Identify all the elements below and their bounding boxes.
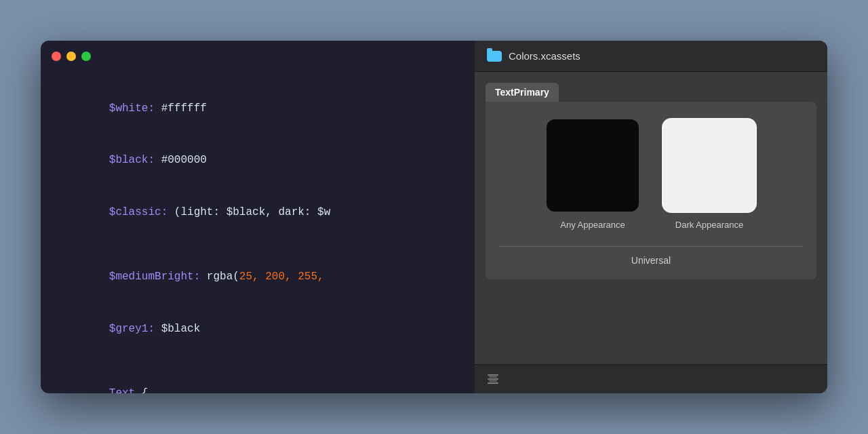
code-line-black: $black: #000000 xyxy=(57,135,458,187)
code-line-white: $white: #ffffff xyxy=(57,83,458,135)
code-line-medium: $mediumBright: rgba(25, 200, 255, xyxy=(57,251,458,303)
color-swatches: Any Appearance Dark Appearance xyxy=(545,118,757,230)
svg-rect-2 xyxy=(488,382,498,384)
app-window: $white: #ffffff $black: #000000 $classic… xyxy=(41,41,827,393)
swatch-dark-appearance: Dark Appearance xyxy=(662,118,757,230)
color-preview-area: Any Appearance Dark Appearance Universal xyxy=(486,102,816,279)
code-keyword-text: Text xyxy=(109,387,135,394)
code-value-grey: $black xyxy=(155,323,200,335)
code-value-classic: (light: $black, dark: $w xyxy=(167,206,330,218)
code-editor-panel: $white: #ffffff $black: #000000 $classic… xyxy=(41,41,475,393)
swatch-dark-color[interactable] xyxy=(545,118,640,213)
svg-rect-0 xyxy=(488,374,498,376)
swatch-light-color[interactable] xyxy=(662,118,757,213)
title-bar xyxy=(41,41,475,61)
swatch-any-appearance: Any Appearance xyxy=(545,118,640,230)
code-var-classic: $classic: xyxy=(109,206,167,218)
asset-catalog-panel: Colors.xcassets TextPrimary Any Appearan… xyxy=(475,41,827,393)
asset-title: Colors.xcassets xyxy=(509,50,580,62)
code-var-white: $white: xyxy=(109,102,155,115)
divider xyxy=(499,246,803,247)
code-number-medium: 25, 200, 255, xyxy=(239,271,324,283)
svg-rect-3 xyxy=(489,376,497,378)
code-var-medium: $mediumBright: xyxy=(109,271,200,283)
code-line-text-open: Text { xyxy=(57,368,458,393)
swatch-dark-label: Dark Appearance xyxy=(675,220,743,230)
layers-svg-icon xyxy=(486,372,500,387)
svg-rect-4 xyxy=(489,380,497,382)
code-value-white: #ffffff xyxy=(155,102,207,115)
svg-rect-1 xyxy=(488,378,498,380)
code-line-grey: $grey1: $black xyxy=(57,303,458,355)
swatch-any-label: Any Appearance xyxy=(560,220,625,230)
minimize-button[interactable] xyxy=(66,52,76,61)
close-button[interactable] xyxy=(52,52,61,61)
code-brace-open: { xyxy=(135,387,148,394)
code-value-black: #000000 xyxy=(155,154,207,166)
code-value-medium-prefix: rgba( xyxy=(200,271,239,283)
code-var-grey: $grey1: xyxy=(109,323,155,335)
asset-titlebar: Colors.xcassets xyxy=(475,41,827,72)
code-var-black: $black: xyxy=(109,154,155,166)
code-content: $white: #ffffff $black: #000000 $classic… xyxy=(41,61,475,393)
layers-icon[interactable] xyxy=(486,372,500,387)
color-name-tab[interactable]: TextPrimary xyxy=(486,83,559,102)
universal-label: Universal xyxy=(631,255,671,266)
folder-icon xyxy=(487,51,502,62)
maximize-button[interactable] xyxy=(81,52,91,61)
asset-content: TextPrimary Any Appearance Dark Appearan… xyxy=(475,72,827,364)
code-line-classic: $classic: (light: $black, dark: $w xyxy=(57,187,458,239)
asset-bottom-bar xyxy=(475,364,827,393)
